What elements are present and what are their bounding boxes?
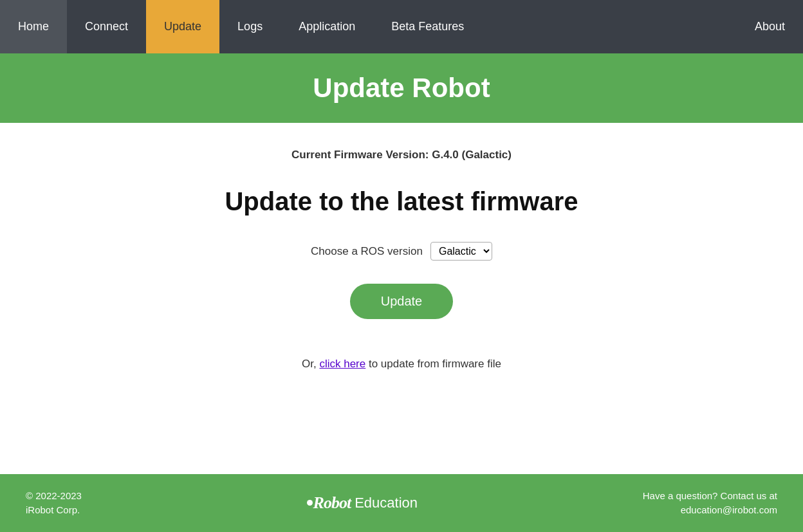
nav-connect[interactable]: Connect bbox=[67, 0, 146, 53]
nav-about[interactable]: About bbox=[737, 0, 803, 53]
nav-update[interactable]: Update bbox=[146, 0, 219, 53]
footer-logo-suffix: Education bbox=[355, 495, 418, 511]
footer-logo: Robot Education bbox=[307, 493, 418, 513]
main-content: Current Firmware Version: G.4.0 (Galacti… bbox=[0, 123, 803, 474]
footer: © 2022-2023iRobot Corp. Robot Education … bbox=[0, 474, 803, 532]
footer-contact: Have a question? Contact us ateducation@… bbox=[643, 489, 777, 518]
hero-banner: Update Robot bbox=[0, 53, 803, 123]
navbar: Home Connect Update Logs Application Bet… bbox=[0, 0, 803, 53]
nav-logs[interactable]: Logs bbox=[219, 0, 281, 53]
firmware-file-row: Or, click here to update from firmware f… bbox=[302, 358, 501, 371]
nav-beta-features[interactable]: Beta Features bbox=[373, 0, 482, 53]
irobot-dot bbox=[307, 500, 313, 506]
nav-spacer bbox=[482, 0, 737, 53]
nav-application[interactable]: Application bbox=[281, 0, 373, 53]
footer-logo-brand: Robot bbox=[307, 493, 351, 513]
hero-title: Update Robot bbox=[13, 73, 790, 104]
firmware-file-prefix: Or, bbox=[302, 358, 319, 370]
firmware-version-label: Current Firmware Version: G.4.0 (Galacti… bbox=[291, 149, 512, 161]
ros-version-label: Choose a ROS version bbox=[311, 245, 423, 258]
footer-copyright: © 2022-2023iRobot Corp. bbox=[26, 489, 82, 518]
nav-home[interactable]: Home bbox=[0, 0, 67, 53]
ros-version-row: Choose a ROS version Galactic Foxy Humbl… bbox=[311, 242, 492, 261]
firmware-file-link[interactable]: click here bbox=[319, 358, 365, 370]
update-heading: Update to the latest firmware bbox=[225, 187, 578, 216]
update-button[interactable]: Update bbox=[350, 284, 454, 319]
ros-version-select[interactable]: Galactic Foxy Humble bbox=[430, 242, 492, 261]
firmware-file-suffix: to update from firmware file bbox=[365, 358, 501, 370]
